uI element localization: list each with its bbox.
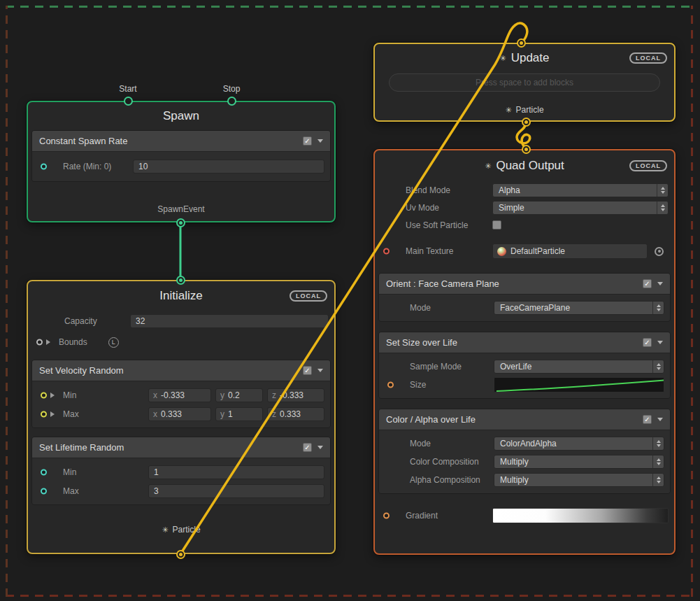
velocity-max-z-field[interactable]: z 0.333 <box>267 407 324 421</box>
constant-spawn-rate-header[interactable]: Constant Spawn Rate <box>32 131 330 151</box>
soft-particle-label: Use Soft Particle <box>406 220 492 230</box>
initialize-title-text: Initialize <box>159 289 202 303</box>
velocity-min-port[interactable] <box>41 392 47 398</box>
velocity-max-expander-icon[interactable] <box>50 411 55 417</box>
spawn-stop-port[interactable] <box>227 97 236 106</box>
velocity-max-port[interactable] <box>41 411 47 417</box>
initialize-context-node[interactable]: Initialize LOCAL Capacity 32 Bounds L Se… <box>27 280 336 554</box>
alpha-composition-dropdown[interactable]: Multiply <box>494 473 664 487</box>
capacity-field[interactable]: 32 <box>130 314 329 328</box>
orient-mode-dropdown[interactable]: FaceCameraPlane <box>494 301 664 315</box>
size-over-life-block[interactable]: Set Size over Life Sample Mode OverLife … <box>378 332 671 399</box>
update-context-node[interactable]: ✳ Update LOCAL Press space to add blocks… <box>373 43 676 122</box>
velocity-min-expander-icon[interactable] <box>50 393 55 398</box>
system-frame-left <box>6 6 8 597</box>
color-alpha-over-life-block[interactable]: Color / Alpha over Life Mode ColorAndAlp… <box>378 409 671 494</box>
color-composition-row: Color Composition Multiply <box>379 453 670 471</box>
spawn-start-port[interactable] <box>124 97 133 106</box>
set-velocity-random-enabled-checkbox[interactable] <box>303 366 312 375</box>
velocity-min-label: Min <box>63 390 83 400</box>
orient-enabled-checkbox[interactable] <box>643 279 652 288</box>
lifetime-min-field[interactable]: 1 <box>148 465 324 479</box>
rate-label: Rate (Min: 0) <box>63 162 133 171</box>
vfx-graph-canvas[interactable]: Start Stop Spawn Constant Spawn Rate Rat… <box>0 0 700 601</box>
sample-mode-value: OverLife <box>494 362 652 372</box>
initialize-particle-output-port[interactable] <box>176 550 185 559</box>
chevron-down-icon[interactable] <box>317 139 323 143</box>
main-texture-port[interactable] <box>383 248 390 255</box>
size-label: Size <box>410 380 494 390</box>
chevron-down-icon[interactable] <box>317 446 323 449</box>
quad-output-title: ✳ Quad Output LOCAL <box>375 150 674 181</box>
velocity-max-x-field[interactable]: x 0.333 <box>148 407 211 421</box>
set-velocity-random-header[interactable]: Set Velocity Random <box>32 360 330 381</box>
color-mode-dropdown[interactable]: ColorAndAlpha <box>494 437 664 451</box>
color-alpha-over-life-header[interactable]: Color / Alpha over Life <box>379 409 670 430</box>
spawn-context-node[interactable]: Spawn Constant Spawn Rate Rate (Min: 0) … <box>27 101 336 222</box>
lifetime-min-port[interactable] <box>41 469 47 475</box>
uv-mode-dropdown[interactable]: Simple <box>492 201 669 215</box>
main-texture-object-field[interactable]: DefaultParticle <box>492 243 648 259</box>
lifetime-max-port[interactable] <box>41 488 47 494</box>
alpha-composition-value: Multiply <box>494 475 652 485</box>
velocity-max-y-field[interactable]: y 1 <box>215 407 263 421</box>
color-alpha-enabled-checkbox[interactable] <box>643 415 652 424</box>
initialize-input-port[interactable] <box>176 276 185 285</box>
main-texture-row: Main Texture DefaultParticle <box>375 239 674 263</box>
chevron-down-icon[interactable] <box>657 341 663 344</box>
axis-x-label: x <box>153 390 157 400</box>
alpha-composition-label: Alpha Composition <box>410 475 494 485</box>
spawn-event-output-port[interactable] <box>176 218 185 227</box>
color-composition-dropdown[interactable]: Multiply <box>494 455 664 469</box>
quad-output-scope-badge[interactable]: LOCAL <box>629 160 667 171</box>
size-curve-graph <box>494 378 664 393</box>
orient-block[interactable]: Orient : Face Camera Plane Mode FaceCame… <box>378 273 671 322</box>
rate-input-port[interactable] <box>41 164 47 170</box>
sample-mode-dropdown[interactable]: OverLife <box>494 360 664 374</box>
constant-spawn-rate-block[interactable]: Constant Spawn Rate Rate (Min: 0) 10 <box>31 130 331 182</box>
chevron-down-icon[interactable] <box>657 282 663 285</box>
bounds-input-port[interactable] <box>36 339 43 346</box>
set-lifetime-random-block[interactable]: Set Lifetime Random Min 1 Max <box>31 437 331 505</box>
bounds-space-icon[interactable]: L <box>108 337 119 348</box>
quad-output-input-port[interactable] <box>522 145 531 154</box>
orient-block-header[interactable]: Orient : Face Camera Plane <box>379 274 670 294</box>
initialize-scope-badge[interactable]: LOCAL <box>290 290 327 302</box>
soft-particle-checkbox[interactable] <box>492 220 501 229</box>
velocity-min-x-field[interactable]: x -0.333 <box>148 388 211 402</box>
spawn-start-port-label: Start <box>107 84 149 94</box>
spawn-event-label: SpawnEvent <box>157 204 204 214</box>
rate-field[interactable]: 10 <box>133 160 324 174</box>
gradient-port[interactable] <box>383 513 390 519</box>
particle-icon: ✳ <box>485 162 491 170</box>
color-mode-row: Mode ColorAndAlpha <box>379 434 670 453</box>
chevron-down-icon[interactable] <box>657 418 663 421</box>
velocity-max-z-value: 0.333 <box>280 409 301 419</box>
bounds-expander-icon[interactable] <box>46 339 50 345</box>
quad-output-context-node[interactable]: ✳ Quad Output LOCAL Blend Mode Alpha Uv … <box>373 149 676 555</box>
size-over-life-enabled-checkbox[interactable] <box>643 338 652 347</box>
set-velocity-random-block[interactable]: Set Velocity Random Min x -0.333 <box>31 360 331 428</box>
set-lifetime-random-header[interactable]: Set Lifetime Random <box>32 437 330 458</box>
lifetime-max-field[interactable]: 3 <box>148 484 324 498</box>
velocity-min-z-field[interactable]: z -0.333 <box>267 388 324 402</box>
size-over-life-header[interactable]: Set Size over Life <box>379 332 670 353</box>
size-curve-field[interactable] <box>494 377 664 393</box>
dropdown-arrows-icon <box>652 360 664 373</box>
size-port[interactable] <box>387 382 394 388</box>
update-add-blocks-area[interactable]: Press space to add blocks <box>389 73 660 92</box>
update-input-port[interactable] <box>517 38 526 48</box>
update-particle-output-port[interactable] <box>522 118 531 127</box>
velocity-min-y-field[interactable]: y 0.2 <box>215 388 263 402</box>
spawn-title-text: Spawn <box>163 109 199 123</box>
color-composition-label: Color Composition <box>410 457 494 467</box>
chevron-down-icon[interactable] <box>317 369 323 372</box>
constant-spawn-rate-enabled-checkbox[interactable] <box>303 136 312 146</box>
set-lifetime-random-enabled-checkbox[interactable] <box>303 443 312 452</box>
gradient-field[interactable] <box>492 508 669 523</box>
update-scope-badge[interactable]: LOCAL <box>629 52 667 64</box>
object-picker-icon[interactable] <box>655 247 664 256</box>
orient-block-label: Orient : Face Camera Plane <box>386 278 499 289</box>
bounds-space-letter: L <box>112 339 115 346</box>
blend-mode-dropdown[interactable]: Alpha <box>492 183 669 197</box>
